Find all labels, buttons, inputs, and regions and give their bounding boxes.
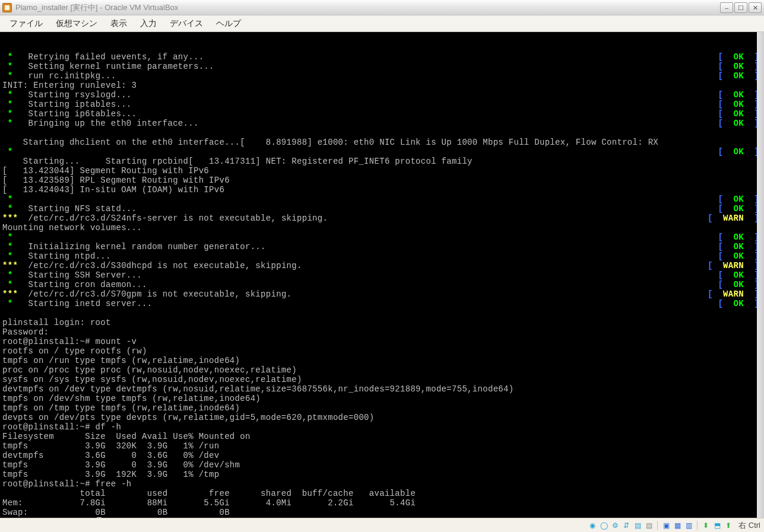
close-button[interactable]: ✕ (749, 2, 762, 13)
boot-line: * Starting cron daemon...[ OK ] (2, 280, 762, 289)
boot-line: * [ OK ] (2, 232, 762, 242)
session-line: rootfs on / type rootfs (rw) (2, 346, 762, 356)
session-line: tmpfs on /dev/shm type tmpfs (rw,relatim… (2, 394, 762, 403)
session-line (2, 308, 762, 318)
maximize-button[interactable]: ☐ (734, 2, 747, 13)
session-line: plinstall login: root (2, 318, 762, 327)
session-line: Mem: 7.8Gi 88Mi 5.5Gi 4.0Mi 2.2Gi 5.4Gi (2, 498, 762, 508)
menu-file[interactable]: ファイル (4, 17, 49, 31)
session-line: root@plinstall:~# df -h (2, 422, 762, 432)
boot-line: * Setting kernel runtime parameters...[ … (2, 62, 762, 71)
boot-line: * run rc.initpkg...[ OK ] (2, 71, 762, 81)
boot-line (2, 128, 762, 138)
statusbar: ◉ ◯ ⚙ ⇵ ▤ ▤ ▣ ▦ ▥ ⬍ ⬒ ⬆ 右 Ctrl (0, 518, 764, 532)
session-line: root@plinstall:~# free -h (2, 479, 762, 489)
window-titlebar: Plamo_installer [実行中] - Oracle VM Virtua… (0, 0, 764, 15)
boot-line: *** /etc/rc.d/rc3.d/S30dhcpd is not exec… (2, 261, 762, 270)
boot-line: * Starting ntpd...[ OK ] (2, 251, 762, 261)
boot-line: * [ OK ] (2, 195, 762, 204)
session-line: Swap: 0B 0B 0B (2, 508, 762, 517)
menu-machine[interactable]: 仮想マシン (50, 17, 103, 31)
session-line: total used free shared buff/cache availa… (2, 489, 762, 498)
drag-drop-icon[interactable]: ⬆ (724, 521, 733, 530)
vm-console[interactable]: * Retrying failed uevents, if any...[ OK… (0, 32, 764, 518)
session-line: devtmpfs 3.6G 0 3.6G 0% /dev (2, 451, 762, 460)
window-buttons: – ☐ ✕ (720, 2, 762, 13)
boot-line: * Starting SSH Server...[ OK ] (2, 270, 762, 280)
boot-line: * Starting inetd server...[ OK ] (2, 299, 762, 308)
session-line: root@plinstall:~# mount -v (2, 337, 762, 346)
boot-line: Starting... Starting rpcbind[ 13.417311]… (2, 157, 762, 166)
audio-icon[interactable]: ▤ (644, 521, 654, 530)
session-line: devpts on /dev/pts type devpts (rw,relat… (2, 413, 762, 422)
session-line: Filesystem Size Used Avail Use% Mounted … (2, 432, 762, 441)
boot-line: * Starting NFS statd...[ OK ] (2, 204, 762, 214)
cpu-icon[interactable]: ▥ (684, 521, 693, 530)
usb-icon[interactable]: ⇵ (622, 521, 631, 530)
boot-line: * Starting rsyslogd...[ OK ] (2, 90, 762, 100)
boot-line: *** /etc/rc.d/rc3.d/S70gpm is not execut… (2, 289, 762, 299)
boot-line: *** /etc/rc.d/rc3.d/S24nfs-server is not… (2, 214, 762, 223)
boot-line: [ 13.423589] RPL Segment Routing with IP… (2, 176, 762, 185)
boot-line: [ 13.423044] Segment Routing with IPv6 (2, 166, 762, 176)
menu-help[interactable]: ヘルプ (210, 17, 247, 31)
session-line: root@plinstall:~# (2, 517, 762, 518)
boot-line: Starting dhclient on the eth0 interface.… (2, 138, 762, 147)
boot-line: * Initializing kernel random number gene… (2, 242, 762, 251)
boot-line: INIT: Entering runlevel: 3 (2, 81, 762, 90)
optical-icon[interactable]: ◯ (599, 521, 608, 530)
boot-line: * Starting iptables...[ OK ] (2, 100, 762, 109)
virtualbox-icon (2, 3, 12, 12)
boot-line: * Bringing up the eth0 interface...[ OK … (2, 119, 762, 128)
host-key-indicator: 右 Ctrl (738, 520, 760, 531)
cursor (97, 517, 102, 518)
boot-line: * Retrying failed uevents, if any...[ OK… (2, 52, 762, 62)
session-line: sysfs on /sys type sysfs (rw,nosuid,node… (2, 375, 762, 384)
display-icon[interactable]: ▣ (661, 521, 671, 530)
session-line: tmpfs 3.9G 192K 3.9G 1% /tmp (2, 470, 762, 479)
session-line: proc on /proc type proc (rw,nosuid,nodev… (2, 365, 762, 375)
menu-input[interactable]: 入力 (134, 17, 163, 31)
recording-icon[interactable]: ▦ (673, 521, 682, 530)
boot-line: * Starting ip6tables...[ OK ] (2, 109, 762, 119)
session-line: tmpfs on /tmp type tmpfs (rw,relatime,in… (2, 403, 762, 413)
session-line: devtmpfs on /dev type devtmpfs (rw,nosui… (2, 384, 762, 394)
window-title: Plamo_installer [実行中] - Oracle VM Virtua… (15, 2, 178, 13)
session-line: tmpfs 3.9G 320K 3.9G 1% /run (2, 441, 762, 451)
minimize-button[interactable]: – (720, 2, 733, 13)
network-icon[interactable]: ⚙ (610, 521, 620, 530)
menu-view[interactable]: 表示 (104, 17, 133, 31)
shared-folder-icon[interactable]: ▤ (633, 521, 642, 530)
clipboard-icon[interactable]: ⬒ (712, 521, 722, 530)
session-line: tmpfs 3.9G 0 3.9G 0% /dev/shm (2, 460, 762, 470)
mouse-integration-icon[interactable]: ⬍ (701, 521, 711, 530)
menubar: ファイル 仮想マシン 表示 入力 デバイス ヘルプ (0, 15, 764, 32)
boot-line: [ 13.424043] In-situ OAM (IOAM) with IPv… (2, 185, 762, 195)
boot-line: * [ OK ] (2, 147, 762, 157)
boot-line: Mounting network volumes... (2, 223, 762, 232)
scrollbar[interactable] (757, 32, 764, 518)
menu-devices[interactable]: デバイス (164, 17, 209, 31)
session-line: tmpfs on /run type tmpfs (rw,relatime,in… (2, 356, 762, 365)
session-line: Password: (2, 327, 762, 337)
disk-icon[interactable]: ◉ (588, 521, 597, 530)
